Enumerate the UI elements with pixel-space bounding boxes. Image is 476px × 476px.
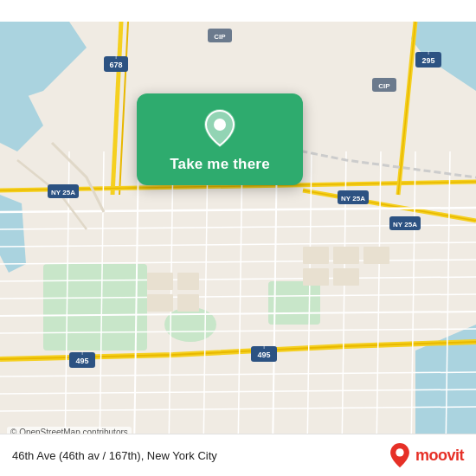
svg-rect-55 (363, 247, 389, 264)
svg-rect-50 (177, 273, 199, 290)
popup-card[interactable]: Take me there (137, 93, 303, 185)
svg-rect-51 (147, 294, 173, 312)
popup-label: Take me there (170, 156, 270, 173)
svg-rect-49 (147, 273, 173, 290)
svg-rect-57 (333, 268, 359, 286)
map-svg: 678 I NY 25A NY 25A NY 25A 495 I 495 I 2… (0, 0, 476, 476)
svg-rect-1 (43, 264, 147, 351)
svg-text:495: 495 (75, 357, 88, 365)
address-label: 46th Ave (46th av / 167th), New York Cit… (12, 449, 388, 462)
svg-rect-54 (333, 247, 359, 264)
moovit-text: moovit (415, 447, 464, 465)
location-pin-icon (201, 109, 239, 147)
bottom-bar: 46th Ave (46th av / 167th), New York Cit… (0, 434, 476, 476)
map-container: 678 I NY 25A NY 25A NY 25A 495 I 495 I 2… (0, 0, 476, 476)
svg-point-59 (396, 448, 403, 456)
svg-text:NY 25A: NY 25A (341, 195, 365, 203)
svg-text:678: 678 (109, 61, 122, 69)
svg-rect-53 (303, 247, 329, 264)
moovit-pin-icon (388, 443, 412, 467)
svg-text:CIP: CIP (378, 82, 390, 90)
svg-text:NY 25A: NY 25A (393, 221, 417, 228)
svg-rect-52 (177, 294, 199, 312)
svg-text:CIP: CIP (214, 33, 226, 41)
svg-text:295: 295 (421, 56, 434, 65)
svg-text:495: 495 (257, 351, 270, 359)
moovit-logo: moovit (388, 443, 464, 467)
svg-text:NY 25A: NY 25A (51, 189, 75, 196)
svg-point-58 (214, 119, 226, 131)
svg-point-2 (164, 307, 216, 342)
svg-rect-3 (268, 281, 320, 325)
svg-rect-56 (303, 268, 329, 286)
